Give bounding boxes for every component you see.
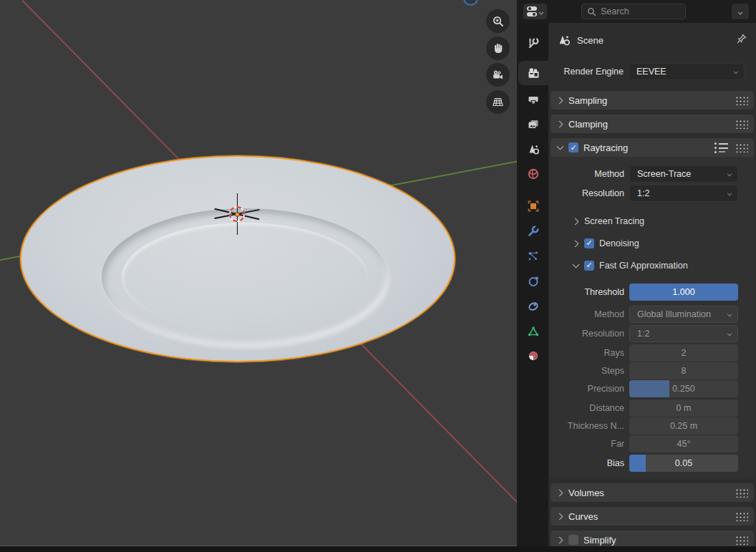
properties-editor-icon xyxy=(526,6,538,17)
raytracing-method-row: Method Screen-Trace xyxy=(551,165,754,183)
tab-scene[interactable] xyxy=(518,137,548,161)
drag-grip-icon[interactable] xyxy=(735,142,748,152)
bottom-editor-edge[interactable] xyxy=(0,546,756,552)
drag-grip-icon[interactable] xyxy=(735,535,748,545)
particles-icon xyxy=(527,250,540,263)
breadcrumb-scene-label[interactable]: Scene xyxy=(577,35,604,46)
subpanel-fast-gi[interactable]: ✓ Fast GI Approximation xyxy=(551,257,754,273)
chevron-down-icon xyxy=(727,172,732,178)
subpanel-screen-tracing[interactable]: Screen Tracing xyxy=(551,213,754,229)
drag-grip-icon[interactable] xyxy=(735,511,748,521)
thickness-near-field[interactable]: 0.25 m xyxy=(629,417,738,435)
drag-grip-icon[interactable] xyxy=(735,119,748,129)
precision-slider[interactable]: 0.250 xyxy=(629,380,738,397)
view-layer-icon xyxy=(527,118,540,131)
navigation-gizmo-partial[interactable] xyxy=(463,0,478,6)
chevron-down-icon xyxy=(556,144,563,151)
chevron-down-icon xyxy=(727,331,732,337)
tab-world[interactable] xyxy=(518,162,548,186)
scene-properties-icon xyxy=(527,142,541,156)
denoising-checkbox[interactable]: ✓ xyxy=(584,238,594,248)
breadcrumb: Scene xyxy=(557,32,747,49)
chevron-down-icon xyxy=(572,262,579,269)
threshold-slider[interactable]: 1.000 xyxy=(629,284,738,301)
tab-tool[interactable] xyxy=(518,31,548,55)
scene-icon xyxy=(557,33,571,47)
chevron-down-icon xyxy=(539,9,544,14)
panel-sampling[interactable]: Sampling xyxy=(551,91,754,110)
output-properties-icon xyxy=(527,94,540,107)
modifiers-wrench-icon xyxy=(527,225,540,238)
zoom-icon[interactable] xyxy=(486,9,510,33)
fastgi-bias-row: Bias 0.05 xyxy=(551,455,754,472)
chevron-right-icon xyxy=(556,489,563,496)
search-placeholder: Search xyxy=(601,6,629,16)
plate-object-selected[interactable] xyxy=(20,155,455,362)
tab-constraints[interactable] xyxy=(518,294,548,319)
slider-fill xyxy=(629,455,646,472)
tab-object[interactable] xyxy=(518,194,548,218)
subpanel-denoising[interactable]: ✓ Denoising xyxy=(551,235,754,251)
panel-volumes[interactable]: Volumes xyxy=(551,483,754,502)
orthographic-grid-icon[interactable] xyxy=(486,90,510,114)
rays-field[interactable]: 2 xyxy=(629,344,738,362)
options-menu-button[interactable] xyxy=(732,4,749,19)
properties-editor: Search xyxy=(517,0,756,552)
slider-fill xyxy=(629,380,669,397)
tab-render-active[interactable] xyxy=(518,61,548,85)
chevron-down-icon xyxy=(727,312,732,318)
simplify-checkbox[interactable]: ✓ xyxy=(568,535,578,545)
tab-particles[interactable] xyxy=(518,244,548,268)
fast-gi-checkbox[interactable]: ✓ xyxy=(584,261,594,271)
search-icon xyxy=(587,7,596,16)
camera-view-icon[interactable] xyxy=(486,63,510,87)
raytracing-resolution-row: Resolution 1:2 xyxy=(551,185,754,202)
raytracing-resolution-dropdown[interactable]: 1:2 xyxy=(629,185,738,202)
chevron-right-icon xyxy=(556,120,563,127)
render-engine-dropdown[interactable]: EEVEE xyxy=(629,63,745,80)
panel-curves[interactable]: Curves xyxy=(551,507,754,526)
pan-hand-icon[interactable] xyxy=(486,37,510,60)
fastgi-method-row: Method Global Illumination xyxy=(551,306,754,323)
fastgi-thickness-row: Thickness N... 0.25 m xyxy=(551,417,754,435)
steps-field[interactable]: 8 xyxy=(629,362,738,379)
fastgi-method-dropdown[interactable]: Global Illumination xyxy=(629,306,738,323)
tab-material[interactable] xyxy=(518,344,548,368)
chevron-right-icon xyxy=(556,513,563,520)
viewport-3d[interactable] xyxy=(0,0,517,552)
fastgi-rays-row: Rays 2 xyxy=(551,344,754,362)
render-engine-label: Render Engine xyxy=(548,67,629,77)
panel-raytracing-header[interactable]: ✓ Raytracing xyxy=(551,138,754,157)
raytracing-checkbox[interactable]: ✓ xyxy=(568,142,578,152)
render-properties-panel: Scene Render Engine EEVEE xyxy=(548,23,756,552)
presets-list-icon[interactable] xyxy=(714,142,729,153)
distance-field[interactable]: 0 m xyxy=(629,400,738,417)
tab-modifiers[interactable] xyxy=(518,219,548,243)
viewport-gizmo-column xyxy=(486,9,510,117)
render-engine-row: Render Engine EEVEE xyxy=(548,63,749,80)
tool-icon xyxy=(527,37,540,49)
editor-type-button[interactable] xyxy=(523,4,547,19)
panel-clamping[interactable]: Clamping xyxy=(551,115,754,133)
bias-slider[interactable]: 0.05 xyxy=(629,455,738,472)
chevron-down-icon xyxy=(733,69,739,75)
far-field[interactable]: 45° xyxy=(629,435,738,452)
drag-grip-icon[interactable] xyxy=(735,95,748,105)
drag-grip-icon[interactable] xyxy=(735,488,748,498)
fastgi-far-row: Far 45° xyxy=(551,435,754,452)
tab-physics[interactable] xyxy=(518,269,548,294)
blender-window: Search xyxy=(0,0,756,552)
tab-output[interactable] xyxy=(518,88,548,112)
physics-icon xyxy=(527,275,540,288)
pin-icon[interactable] xyxy=(736,33,747,47)
properties-tab-column xyxy=(517,23,548,552)
plate-inner-well xyxy=(122,223,368,331)
render-properties-icon xyxy=(527,67,541,80)
search-input[interactable]: Search xyxy=(581,4,686,19)
raytracing-method-dropdown[interactable]: Screen-Trace xyxy=(629,165,738,183)
fastgi-resolution-dropdown[interactable]: 1:2 xyxy=(629,325,738,342)
tab-object-data[interactable] xyxy=(518,319,548,344)
tab-view-layer[interactable] xyxy=(518,112,548,137)
fastgi-precision-row: Precision 0.250 xyxy=(551,380,754,397)
fastgi-distance-row: Distance 0 m xyxy=(551,400,754,417)
